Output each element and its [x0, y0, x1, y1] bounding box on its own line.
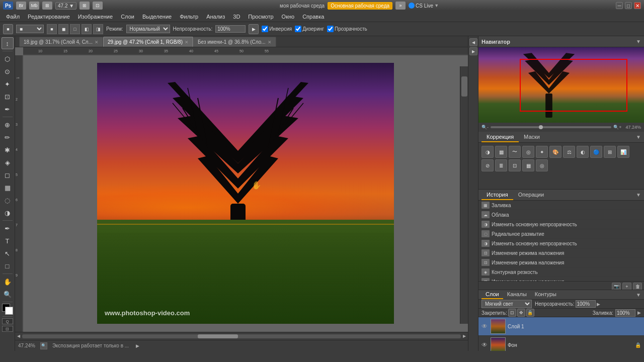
- operations-tab[interactable]: Операции: [513, 190, 549, 200]
- nav-zoom-slider-thumb[interactable]: [539, 125, 543, 129]
- hscroll-left-btn[interactable]: ◀: [17, 334, 20, 338]
- transparency-checkbox[interactable]: Прозрачность: [327, 26, 367, 32]
- history-item-1[interactable]: ☁ Облака: [478, 210, 644, 220]
- exposure-btn[interactable]: ◎: [522, 146, 534, 158]
- shape-tool[interactable]: □: [2, 260, 14, 272]
- menu-edit[interactable]: Редактирование: [24, 13, 74, 21]
- vibrance-btn[interactable]: ✦: [536, 146, 548, 158]
- history-item-0[interactable]: ▦ Заливка: [478, 201, 644, 210]
- healing-tool[interactable]: ⊕: [2, 119, 14, 131]
- blend-mode-layers-select[interactable]: Мягкий свет: [481, 300, 532, 308]
- invert-btn[interactable]: ⊘: [481, 159, 494, 171]
- view-mode-button[interactable]: ⊞: [42, 2, 52, 10]
- navigator-collapse-btn[interactable]: ▼: [636, 39, 641, 44]
- history-brush-tool[interactable]: ◈: [2, 156, 14, 168]
- brush-normal-btn[interactable]: ■: [47, 24, 57, 34]
- photofilter-btn[interactable]: 🔵: [590, 146, 602, 158]
- threshold-btn[interactable]: ⊡: [509, 159, 521, 171]
- history-item-2[interactable]: ◑ Изменить основную непрозрачность: [478, 220, 644, 229]
- history-tab[interactable]: История: [481, 190, 513, 200]
- cs-live-button[interactable]: CS Live ▼: [409, 3, 439, 9]
- history-list[interactable]: ▦ Заливка ☁ Облака ◑ Изменить основную н…: [478, 201, 644, 281]
- history-snapshot-btn[interactable]: 📷: [612, 283, 621, 290]
- foreground-background-colors[interactable]: [2, 304, 13, 315]
- layer-visibility-0[interactable]: 👁: [481, 323, 489, 330]
- channelmixer-btn[interactable]: ⊞: [604, 146, 616, 158]
- crop-tool[interactable]: ⊡: [2, 90, 14, 103]
- history-item-5[interactable]: ⊡ Изменение режима наложения: [478, 248, 644, 258]
- hsl-btn[interactable]: 🎨: [549, 146, 561, 158]
- correction-tab[interactable]: Коррекция: [481, 132, 519, 142]
- canvas-image[interactable]: www.photoshop-video.com ✋: [23, 55, 460, 324]
- close-tab-1[interactable]: ✕: [185, 40, 189, 45]
- paths-tab[interactable]: Контуры: [531, 290, 560, 299]
- channels-tab[interactable]: Каналы: [503, 290, 531, 299]
- pen-tool[interactable]: ✒: [2, 222, 14, 234]
- horizontal-scrollbar[interactable]: ◀ ▶: [15, 332, 468, 340]
- invert-checkbox[interactable]: Инверсия: [262, 26, 292, 32]
- layers-collapse-btn[interactable]: ▼: [636, 292, 641, 298]
- dodge-tool[interactable]: ◑: [2, 207, 14, 219]
- menu-file[interactable]: Файл: [2, 13, 24, 21]
- blend-mode-select[interactable]: Нормальный: [126, 25, 170, 33]
- hscroll-track[interactable]: [22, 334, 461, 338]
- blur-tool[interactable]: ◌: [2, 194, 14, 206]
- brush-lighten-btn[interactable]: □: [70, 24, 80, 34]
- lasso-tool[interactable]: ⊙: [2, 65, 14, 77]
- colorlookup-btn[interactable]: 📊: [617, 146, 629, 158]
- more-workspaces-button[interactable]: »: [395, 2, 406, 10]
- opacity-arrow-btn[interactable]: ▶: [249, 24, 259, 34]
- close-tab-2[interactable]: ✕: [268, 40, 272, 45]
- brightness-contrast-btn[interactable]: ◑: [481, 146, 494, 158]
- brush-darken-btn[interactable]: ◼: [58, 24, 68, 34]
- vscroll-thumb[interactable]: [461, 76, 467, 97]
- menu-window[interactable]: Окно: [278, 13, 299, 21]
- zoom-display[interactable]: 47.2 ▼: [55, 2, 76, 10]
- opacity-input[interactable]: [215, 25, 246, 33]
- menu-view[interactable]: Просмотр: [244, 13, 277, 21]
- nav-selection-box[interactable]: [520, 59, 627, 112]
- vertical-scrollbar[interactable]: [460, 66, 468, 324]
- posterize-btn[interactable]: ≣: [495, 159, 507, 171]
- layer-item-1[interactable]: 👁 Фон 🔒: [478, 336, 644, 351]
- dither-checkbox[interactable]: Дизеринг: [295, 26, 324, 32]
- history-collapse-btn[interactable]: ▼: [636, 192, 641, 198]
- document-tab-0[interactable]: 18.jpg @ 31.7% (Слой 4, Сл... ✕: [19, 37, 103, 47]
- document-tab-2[interactable]: Без имени-1 @ 36.8% (Сло... ✕: [193, 37, 276, 47]
- history-item-3[interactable]: ◌ Радиальное размытие: [478, 229, 644, 239]
- path-select-tool[interactable]: ↖: [2, 247, 14, 259]
- brush-preset-button[interactable]: ■: [3, 24, 13, 34]
- arrange-button[interactable]: ⊞: [79, 2, 90, 10]
- brush-shadow-btn[interactable]: ◨: [93, 24, 103, 34]
- fill-value-input[interactable]: [615, 309, 635, 317]
- history-item-7[interactable]: ◈ Контурная резкость: [478, 267, 644, 277]
- layer-visibility-1[interactable]: 👁: [481, 341, 489, 348]
- history-item-4[interactable]: ◑ Изменить основную непрозрачность: [478, 239, 644, 248]
- br-button[interactable]: Br: [16, 2, 26, 10]
- eraser-tool[interactable]: ◻: [2, 169, 14, 181]
- zoom-tool[interactable]: 🔍: [2, 288, 14, 300]
- active-workspace-button[interactable]: Основная рабочая среда: [328, 2, 392, 10]
- mb-button[interactable]: Mb: [29, 2, 39, 10]
- bw-btn[interactable]: ◐: [577, 146, 589, 158]
- layer-item-0[interactable]: 👁 Слой 1: [478, 317, 644, 336]
- lock-position-btn[interactable]: ✥: [517, 309, 525, 317]
- hscroll-thumb[interactable]: [198, 334, 238, 338]
- panel-collapse-nav[interactable]: ◀: [469, 38, 477, 46]
- correction-collapse-btn[interactable]: ▼: [636, 134, 641, 140]
- canvas-content[interactable]: 10 15 20 25 30 35 40 45 50 55: [15, 47, 468, 332]
- colorbalance-btn[interactable]: ⚖: [563, 146, 575, 158]
- gradient-tool[interactable]: ▦: [2, 182, 14, 194]
- eyedropper-tool[interactable]: ✒: [2, 103, 14, 115]
- close-tab-0[interactable]: ✕: [95, 40, 99, 45]
- menu-help[interactable]: Справка: [298, 13, 328, 21]
- text-tool[interactable]: T: [2, 235, 14, 247]
- minimize-button[interactable]: ─: [616, 2, 623, 9]
- quick-mask-button[interactable]: Q: [2, 318, 13, 324]
- masks-tab[interactable]: Маски: [519, 132, 545, 142]
- menu-layers[interactable]: Слои: [117, 13, 138, 21]
- nav-zoom-slider[interactable]: [491, 126, 611, 128]
- view-button[interactable]: ⊡: [93, 2, 103, 10]
- menu-analysis[interactable]: Анализ: [202, 13, 229, 21]
- menu-3d[interactable]: 3D: [229, 13, 244, 21]
